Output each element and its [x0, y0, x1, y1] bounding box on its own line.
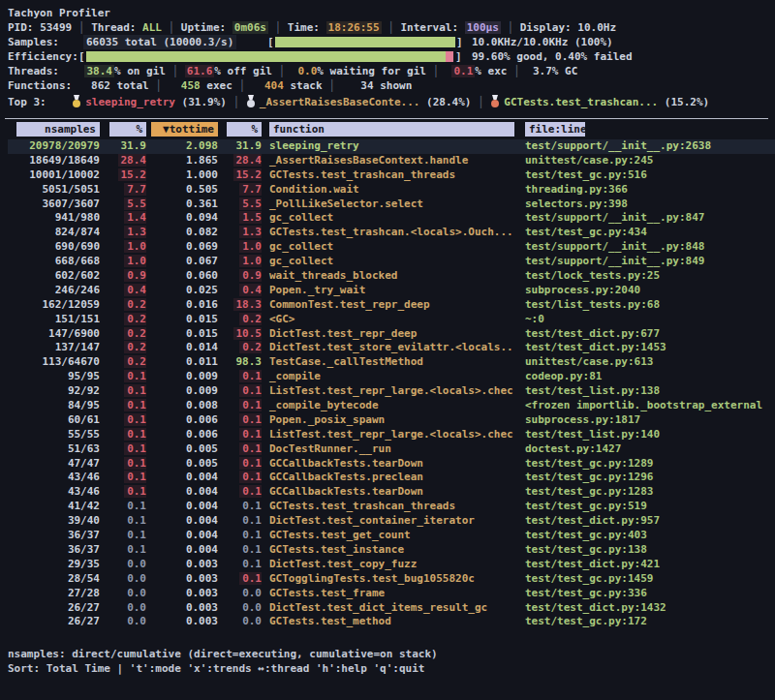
cell-tottime: 0.015 [146, 327, 218, 342]
cell-pct-samples: 0.1 [100, 413, 146, 428]
cell-tottime: 0.005 [146, 457, 218, 472]
cell-file-line: test/test_gc.py:519 [513, 500, 775, 514]
cell-pct-tottime: 0.1 [218, 485, 262, 500]
table-row[interactable]: 36/370.10.0040.1GCTests.test_instancetes… [8, 543, 775, 558]
table-row[interactable]: 43/460.10.0040.1GCCallbackTests.preclean… [8, 471, 775, 485]
info-label-interval: Interval: [400, 21, 464, 34]
cell-pct-samples: 0.1 [100, 500, 146, 514]
table-row[interactable]: 18649/1864928.41.86528.4_AssertRaisesBas… [8, 154, 775, 168]
table-row[interactable]: 824/8741.30.0821.3GCTests.test_trashcan.… [8, 226, 775, 240]
stat-label: stack [284, 79, 323, 92]
table-row[interactable]: 113/646700.20.01198.3TestCase._callTestM… [8, 355, 775, 370]
cell-pct-samples: 0.0 [100, 615, 146, 629]
cell-function: gc_collect [262, 255, 513, 269]
cell-nsamples: 246/246 [8, 284, 100, 298]
table-row[interactable]: 26/270.00.0030.0GCTests.test_methodtest/… [8, 615, 775, 629]
table-row[interactable]: 690/6901.00.0691.0gc_collecttest/support… [8, 240, 775, 255]
cell-pct-samples: 31.9 [100, 139, 146, 154]
efficiency-row: Efficiency: [ ] 99.60% good, 0.40% faile… [0, 49, 775, 64]
column-header-tottime-sorted[interactable]: ▼tottime [151, 122, 218, 137]
table-row[interactable]: 95/950.10.0090.1_compilecodeop.py:81 [8, 370, 775, 384]
cell-pct-tottime: 0.1 [218, 514, 262, 529]
cell-pct-samples: 0.1 [100, 457, 146, 472]
table-row[interactable]: 941/9801.40.0941.5gc_collecttest/support… [8, 211, 775, 226]
column-header-function[interactable]: function [269, 122, 514, 137]
table-row[interactable]: 26/270.00.0030.0DictTest.test_dict_items… [8, 601, 775, 616]
table-row[interactable]: 29/350.00.0030.1DictTest.test_copy_fuzzt… [8, 558, 775, 572]
info-value-display: 10.0Hz [577, 21, 616, 34]
table-row[interactable]: 147/69000.20.01510.5DictTest.test_repr_d… [8, 327, 775, 342]
cell-function: GCTests.test_method [262, 615, 513, 629]
cell-file-line: test/test_dict.py:421 [513, 558, 775, 572]
table-row[interactable]: 47/470.10.0050.1GCCallbackTests.tearDown… [8, 457, 775, 472]
table-row[interactable]: 602/6020.90.0600.9wait_threads_blockedte… [8, 269, 775, 284]
stat-label: shown [374, 79, 413, 92]
table-row[interactable]: 162/120590.20.01618.3CommonTest.test_rep… [8, 298, 775, 313]
cell-pct-tottime: 1.0 [218, 255, 262, 269]
table-row[interactable]: 151/1510.20.0150.2<GC>~:0 [8, 313, 775, 327]
table-row[interactable]: 668/6681.00.0671.0gc_collecttest/support… [8, 255, 775, 269]
table-row[interactable]: 246/2460.40.0250.4Popen._try_waitsubproc… [8, 284, 775, 298]
table-row[interactable]: 137/1470.20.0140.2DictTest.test_store_ev… [8, 341, 775, 355]
table-row[interactable]: 39/400.10.0040.1DictTest.test_container_… [8, 514, 775, 529]
cell-pct-tottime: 5.5 [218, 198, 262, 212]
table-row[interactable]: 28/540.00.0030.1GCTogglingTests.test_bug… [8, 572, 775, 587]
cell-function: DictTest.test_store_evilattr.<locals... [262, 341, 513, 355]
top3-percentage: (28.4%) [419, 96, 471, 108]
column-header-pct-tottime[interactable]: % [227, 122, 262, 137]
cell-pct-tottime: 0.1 [218, 471, 262, 485]
table-row[interactable]: 5051/50517.70.5057.7Condition.waitthread… [8, 183, 775, 198]
cell-pct-tottime: 1.0 [218, 240, 262, 255]
cell-file-line: codeop.py:81 [513, 370, 775, 384]
cell-nsamples: 55/55 [8, 428, 100, 442]
table-row[interactable]: 10001/1000215.21.00015.2GCTests.test_tra… [8, 168, 775, 183]
cell-pct-samples: 0.4 [100, 284, 146, 298]
separator: │ [166, 65, 185, 77]
table-row[interactable]: 3607/36075.50.3615.5_PollLikeSelector.se… [8, 198, 775, 212]
cell-nsamples: 27/28 [8, 587, 100, 601]
cell-function: sleeping_retry [262, 139, 513, 154]
table-row[interactable]: 51/630.10.0050.1DocTestRunner.__rundocte… [8, 442, 775, 457]
info-value-time: 18:26:55 [326, 21, 382, 34]
separator: │ [227, 96, 246, 108]
top3-function-name[interactable]: sleeping_retry [85, 96, 175, 108]
separator: │ [382, 21, 401, 34]
cell-tottime: 0.004 [146, 543, 218, 558]
info-label-pid: PID: [8, 21, 40, 34]
table-row[interactable]: 20978/2097931.92.09831.9sleeping_retryte… [8, 139, 775, 154]
cell-nsamples: 3607/3607 [8, 198, 100, 212]
cell-function: _compile [262, 370, 513, 384]
cell-pct-tottime: 0.1 [218, 399, 262, 413]
cell-nsamples: 5051/5051 [8, 183, 100, 198]
table-row[interactable]: 84/950.10.0080.1_compile_bytecode<frozen… [8, 399, 775, 413]
stat-label: % off gil [214, 65, 272, 77]
column-header-nsamples[interactable]: nsamples [16, 122, 100, 137]
table-row[interactable]: 41/420.10.0040.1GCTests.test_trashcan_th… [8, 500, 775, 514]
top3-function-name[interactable]: GCTests.test_trashcan... [504, 96, 658, 108]
table-row[interactable]: 43/460.10.0040.1GCCallbackTests.tearDown… [8, 485, 775, 500]
cell-pct-samples: 0.0 [100, 601, 146, 616]
functions-row: Functions: 862 total │ 458 exec │ 404 st… [0, 78, 775, 93]
samples-progress-bar [275, 37, 455, 47]
table-row[interactable]: 27/280.00.0030.0GCTests.test_frametest/t… [8, 587, 775, 601]
top3-function-name[interactable]: _AssertRaisesBaseConte... [260, 96, 420, 108]
table-row[interactable]: 36/370.10.0040.1GCTests.test_get_countte… [8, 529, 775, 543]
column-header-pct-samples[interactable]: % [109, 122, 146, 137]
cell-pct-samples: 28.4 [100, 154, 146, 168]
cell-file-line: test/list_tests.py:68 [513, 298, 775, 313]
cell-file-line: test/test_gc.py:138 [513, 543, 775, 558]
table-row[interactable]: 55/550.10.0060.1ListTest.test_repr_large… [8, 428, 775, 442]
column-header-file-line[interactable]: file:line [525, 122, 585, 137]
cell-tottime: 0.004 [146, 514, 218, 529]
cell-pct-tottime: 0.1 [218, 457, 262, 472]
stat-value: 862 [91, 79, 110, 92]
cell-pct-tottime: 0.1 [218, 558, 262, 572]
cell-nsamples: 151/151 [8, 313, 100, 327]
footer-legend: nsamples: direct/cumulative (direct=exec… [0, 647, 775, 661]
separator: │ [507, 65, 526, 77]
table-row[interactable]: 60/610.10.0060.1Popen._posix_spawnsubpro… [8, 413, 775, 428]
threads-row: Threads: 38.4% on gil │ 61.6% off gil │ … [0, 64, 775, 78]
samples-count: 66035 total (10000.3/s) [83, 35, 236, 49]
cell-pct-samples: 0.2 [100, 327, 146, 342]
table-row[interactable]: 92/920.10.0090.1ListTest.test_repr_large… [8, 384, 775, 399]
